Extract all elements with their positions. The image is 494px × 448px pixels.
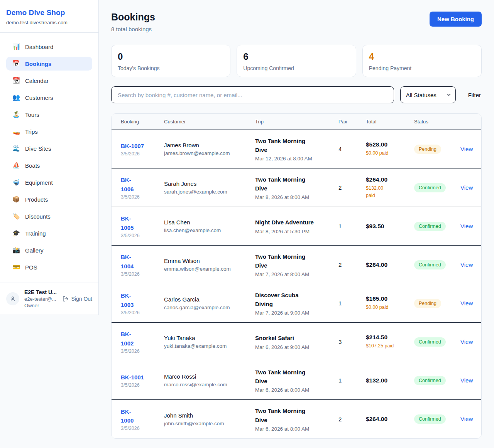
- pax-value: 3: [338, 339, 366, 345]
- trip-datetime: Mar 7, 2026 at 9:00 AM: [255, 310, 333, 316]
- table-row: BK- 1002 3/5/2026 Yuki Tanaka yuki.tanak…: [112, 323, 481, 361]
- booking-cell: BK- 1006 3/5/2026: [121, 175, 164, 200]
- paid-amount: $107.25 paid: [366, 342, 409, 349]
- total-amount: $93.50: [366, 223, 409, 230]
- status-select[interactable]: All Statuses: [401, 87, 455, 103]
- new-booking-button[interactable]: New Booking: [430, 12, 482, 27]
- sign-out-button[interactable]: Sign Out: [63, 296, 92, 302]
- booking-id-link[interactable]: BK- 1000: [121, 407, 159, 425]
- status-badge: Confirmed: [414, 183, 446, 192]
- sidebar: Demo Dive Shop demo.test.divestreams.com…: [0, 0, 99, 315]
- status-select-wrap: All Statuses: [400, 86, 456, 103]
- nav-item-icon: 💳: [12, 264, 20, 270]
- booking-id-link[interactable]: BK- 1002: [121, 330, 159, 348]
- user-name: E2E Test U...: [24, 289, 57, 295]
- view-link[interactable]: View: [460, 416, 473, 422]
- nav-item-icon: 📦: [12, 196, 20, 202]
- booking-id-link[interactable]: BK-1001: [121, 373, 159, 382]
- paid-amount: $0.00 paid: [366, 304, 409, 311]
- nav-item-icon: 👥: [12, 94, 20, 101]
- trip-name: Two Tank Morning Dive: [255, 175, 333, 193]
- sidebar-nav-item[interactable]: 🎓 Training: [6, 226, 92, 240]
- pax-value: 2: [338, 416, 366, 423]
- sidebar-nav-item[interactable]: 📦 Products: [6, 192, 92, 206]
- booking-id-link[interactable]: BK-1007: [121, 141, 159, 150]
- nav-item-icon: 🌊: [12, 145, 20, 152]
- filter-button[interactable]: Filter: [467, 92, 482, 98]
- total-cell: $132.00: [366, 377, 414, 384]
- status-cell: Pending: [414, 299, 460, 308]
- view-link[interactable]: View: [460, 184, 473, 191]
- nav-item-icon: 🏝️: [12, 111, 20, 118]
- trip-cell: Discover Scuba Diving Mar 7, 2026 at 9:0…: [255, 291, 338, 316]
- view-link[interactable]: View: [460, 223, 473, 229]
- table-row: BK-1001 3/5/2026 Marco Rossi marco.rossi…: [112, 361, 481, 400]
- view-link[interactable]: View: [460, 339, 473, 345]
- total-cell: $93.50: [366, 223, 414, 230]
- sidebar-nav-item[interactable]: 📊 Dashboard: [6, 40, 92, 54]
- customer-email: yuki.tanaka@example.com: [164, 343, 250, 349]
- nav-item-icon: 🚤: [12, 128, 20, 135]
- status-badge: Confirmed: [414, 337, 446, 347]
- booking-date: 3/5/2026: [121, 233, 159, 238]
- booking-cell: BK-1001 3/5/2026: [121, 373, 164, 388]
- customer-name: Yuki Tanaka: [164, 335, 250, 341]
- nav-item-label: Discounts: [25, 213, 51, 220]
- nav-item-label: Dashboard: [25, 44, 53, 50]
- total-amount: $528.00: [366, 141, 409, 148]
- actions-cell: View: [460, 416, 481, 423]
- sidebar-nav-item[interactable]: 🌊 Dive Sites: [6, 141, 92, 155]
- total-cell: $264.00: [366, 261, 414, 268]
- customer-cell: Yuki Tanaka yuki.tanaka@example.com: [164, 335, 255, 349]
- view-link[interactable]: View: [460, 261, 473, 268]
- nav-item-icon: 🤿: [12, 179, 20, 185]
- booking-id-link[interactable]: BK- 1004: [121, 253, 159, 271]
- booking-date: 3/5/2026: [121, 151, 159, 157]
- sidebar-nav-item[interactable]: 🏷️ Discounts: [6, 209, 92, 223]
- customer-name: Carlos Garcia: [164, 296, 250, 303]
- sidebar-nav: 📊 Dashboard 📅 Bookings 📆 Calendar 👥 Cust…: [0, 33, 98, 283]
- customer-name: Emma Wilson: [164, 258, 250, 264]
- status-badge: Confirmed: [414, 260, 446, 269]
- pax-value: 2: [338, 184, 366, 191]
- trip-cell: Two Tank Morning Dive Mar 12, 2026 at 8:…: [255, 136, 338, 162]
- booking-id-link[interactable]: BK- 1006: [121, 175, 159, 194]
- sidebar-nav-item[interactable]: ⛵ Boats: [6, 158, 92, 172]
- booking-date: 3/5/2026: [121, 382, 159, 388]
- sidebar-nav-item[interactable]: 📆 Calendar: [6, 74, 92, 88]
- view-link[interactable]: View: [460, 300, 473, 307]
- user-role: Owner: [24, 303, 57, 308]
- customer-name: Marco Rossi: [164, 373, 250, 380]
- total-cell: $528.00 $0.00 paid: [366, 141, 414, 157]
- view-link[interactable]: View: [460, 377, 473, 384]
- sidebar-nav-item[interactable]: 🚤 Trips: [6, 125, 92, 138]
- trip-cell: Two Tank Morning Dive Mar 6, 2026 at 8:0…: [255, 406, 338, 432]
- actions-cell: View: [460, 146, 481, 153]
- stat-card-todays-bookings: 0 Today's Bookings: [111, 45, 230, 77]
- customer-email: lisa.chen@example.com: [164, 227, 250, 233]
- sidebar-nav-item[interactable]: 🤿 Equipment: [6, 175, 92, 189]
- booking-id-link[interactable]: BK- 1005: [121, 214, 159, 232]
- sign-out-label: Sign Out: [71, 296, 92, 302]
- stat-value: 6: [243, 52, 349, 62]
- total-cell: $264.00 $132.00 paid: [366, 176, 414, 199]
- sidebar-nav-item[interactable]: 📸 Gallery: [6, 243, 92, 257]
- brand-name: Demo Dive Shop: [6, 8, 92, 17]
- search-input[interactable]: [111, 86, 394, 103]
- table-row: BK- 1006 3/5/2026 Sarah Jones sarah.jone…: [112, 168, 481, 207]
- column-header-trip: Trip: [255, 119, 338, 125]
- booking-id-link[interactable]: BK- 1003: [121, 291, 159, 309]
- sign-out-icon: [63, 296, 69, 302]
- nav-item-label: Gallery: [25, 247, 44, 254]
- view-link[interactable]: View: [460, 146, 473, 152]
- booking-cell: BK- 1004 3/5/2026: [121, 253, 164, 277]
- sidebar-nav-item[interactable]: 💳 POS: [6, 260, 92, 274]
- column-header-customer: Customer: [164, 119, 255, 125]
- trip-datetime: Mar 8, 2026 at 8:00 AM: [255, 194, 333, 200]
- table-body: BK-1007 3/5/2026 James Brown james.brown…: [112, 130, 481, 438]
- sidebar-nav-item[interactable]: 🏝️ Tours: [6, 108, 92, 121]
- sidebar-nav-item[interactable]: 👥 Customers: [6, 91, 92, 104]
- main-content: Bookings 8 total bookings New Booking 0 …: [99, 0, 494, 448]
- sidebar-nav-item[interactable]: 📅 Bookings: [6, 57, 92, 71]
- customer-email: emma.wilson@example.com: [164, 266, 250, 272]
